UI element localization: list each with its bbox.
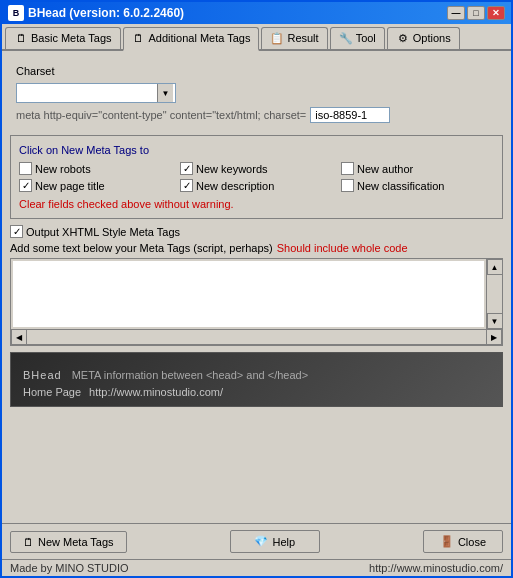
new-meta-label: New Meta Tags [38, 536, 114, 548]
additional-tab-icon: 🗒 [132, 31, 146, 45]
bottom-bar: 🗒 New Meta Tags 💎 Help 🚪 Close [2, 523, 511, 559]
hscroll-right-button[interactable]: ▶ [486, 329, 502, 345]
charset-combo[interactable]: ▼ [16, 83, 176, 103]
vertical-scrollbar: ▲ ▼ [486, 259, 502, 329]
meta-charset-value: iso-8859-1 [310, 107, 390, 123]
banner-title-row: BHead META information between <head> an… [23, 361, 490, 384]
banner-info-row: Home Page http://www.minostudio.com/ [23, 386, 490, 398]
hscroll-track [27, 329, 486, 345]
bhead-banner: BHead META information between <head> an… [10, 352, 503, 407]
checkbox-keywords-label: New keywords [196, 163, 268, 175]
new-meta-tags-button[interactable]: 🗒 New Meta Tags [10, 531, 127, 553]
window-title: BHead (version: 6.0.2.2460) [28, 6, 184, 20]
help-label: Help [272, 536, 295, 548]
window-close-button[interactable]: ✕ [487, 6, 505, 20]
checkbox-keywords[interactable] [180, 162, 193, 175]
checkbox-item-robots: New robots [19, 162, 172, 175]
main-window: B BHead (version: 6.0.2.2460) — □ ✕ 🗒 Ba… [0, 0, 513, 578]
checkbox-grid: New robots New keywords New author New p… [19, 162, 494, 192]
meta-line: meta http-equiv="content-type" content="… [16, 107, 497, 123]
tool-tab-icon: 🔧 [339, 31, 353, 45]
add-text-row: Add some text below your Meta Tags (scri… [10, 242, 503, 254]
checkbox-author[interactable] [341, 162, 354, 175]
checkbox-item-author: New author [341, 162, 494, 175]
tab-options[interactable]: ⚙ Options [387, 27, 460, 49]
checkbox-xhtml[interactable] [10, 225, 23, 238]
checkbox-item-description: New description [180, 179, 333, 192]
result-tab-icon: 📋 [270, 31, 284, 45]
checkbox-author-label: New author [357, 163, 413, 175]
add-text-label: Add some text below your Meta Tags (scri… [10, 242, 273, 254]
textarea-wrapper: ▲ ▼ ◀ ▶ [10, 258, 503, 346]
tab-result-label: Result [287, 32, 318, 44]
new-meta-section: Click on New Meta Tags to New robots New… [10, 135, 503, 219]
tab-additional-label: Additional Meta Tags [149, 32, 251, 44]
tab-result[interactable]: 📋 Result [261, 27, 327, 49]
new-meta-title[interactable]: Click on New Meta Tags to [19, 144, 494, 156]
content-area: Charset ▼ meta http-equiv="content-type"… [2, 51, 511, 523]
title-controls: — □ ✕ [447, 6, 505, 20]
scroll-down-button[interactable]: ▼ [487, 313, 503, 329]
close-icon: 🚪 [440, 535, 454, 548]
output-section: Output XHTML Style Meta Tags Add some te… [10, 225, 503, 346]
xhtml-checkbox-row: Output XHTML Style Meta Tags [10, 225, 503, 238]
banner-bhead-title: BHead [23, 361, 62, 384]
hscroll-left-button[interactable]: ◀ [11, 329, 27, 345]
tab-basic-label: Basic Meta Tags [31, 32, 112, 44]
new-meta-icon: 🗒 [23, 536, 34, 548]
textarea-inner: ▲ ▼ [11, 259, 502, 329]
xhtml-label: Output XHTML Style Meta Tags [26, 226, 180, 238]
checkbox-robots-label: New robots [35, 163, 91, 175]
charset-section: Charset ▼ meta http-equiv="content-type"… [10, 59, 503, 129]
tab-basic-meta-tags[interactable]: 🗒 Basic Meta Tags [5, 27, 121, 49]
banner-subtitle: META information between <head> and </he… [72, 369, 308, 381]
status-bar: Made by MINO STUDIO http://www.minostudi… [2, 559, 511, 576]
textarea-content[interactable] [11, 259, 486, 329]
banner-home-label: Home Page [23, 386, 81, 398]
scroll-track [487, 275, 502, 313]
maximize-button[interactable]: □ [467, 6, 485, 20]
tab-options-label: Options [413, 32, 451, 44]
tab-bar: 🗒 Basic Meta Tags 🗒 Additional Meta Tags… [2, 24, 511, 51]
checkbox-robots[interactable] [19, 162, 32, 175]
checkbox-description[interactable] [180, 179, 193, 192]
include-whole-code-link[interactable]: Should include whole code [277, 242, 408, 254]
checkbox-classification[interactable] [341, 179, 354, 192]
tab-additional-meta-tags[interactable]: 🗒 Additional Meta Tags [123, 27, 260, 51]
tab-tool[interactable]: 🔧 Tool [330, 27, 385, 49]
checkbox-page-title[interactable] [19, 179, 32, 192]
script-textarea[interactable] [13, 261, 484, 327]
checkbox-item-classification: New classification [341, 179, 494, 192]
combo-arrow-icon: ▼ [157, 84, 173, 102]
title-bar: B BHead (version: 6.0.2.2460) — □ ✕ [2, 2, 511, 24]
basic-tab-icon: 🗒 [14, 31, 28, 45]
close-button[interactable]: 🚪 Close [423, 530, 503, 553]
checkbox-page-title-label: New page title [35, 180, 105, 192]
app-icon: B [8, 5, 24, 21]
meta-text: meta http-equiv="content-type" content="… [16, 109, 306, 121]
clear-fields-link[interactable]: Clear fields checked above without warni… [19, 198, 234, 210]
title-bar-left: B BHead (version: 6.0.2.2460) [8, 5, 184, 21]
options-tab-icon: ⚙ [396, 31, 410, 45]
tab-tool-label: Tool [356, 32, 376, 44]
charset-row: ▼ [16, 83, 497, 103]
status-right: http://www.minostudio.com/ [369, 562, 503, 574]
checkbox-item-keywords: New keywords [180, 162, 333, 175]
horizontal-scrollbar: ◀ ▶ [11, 329, 502, 345]
checkbox-classification-label: New classification [357, 180, 444, 192]
checkbox-description-label: New description [196, 180, 274, 192]
scroll-up-button[interactable]: ▲ [487, 259, 503, 275]
help-button[interactable]: 💎 Help [230, 530, 320, 553]
banner-home-url: http://www.minostudio.com/ [89, 386, 223, 398]
charset-label: Charset [16, 65, 497, 77]
close-label: Close [458, 536, 486, 548]
status-left: Made by MINO STUDIO [10, 562, 129, 574]
checkbox-item-page-title: New page title [19, 179, 172, 192]
help-icon: 💎 [254, 535, 268, 548]
minimize-button[interactable]: — [447, 6, 465, 20]
